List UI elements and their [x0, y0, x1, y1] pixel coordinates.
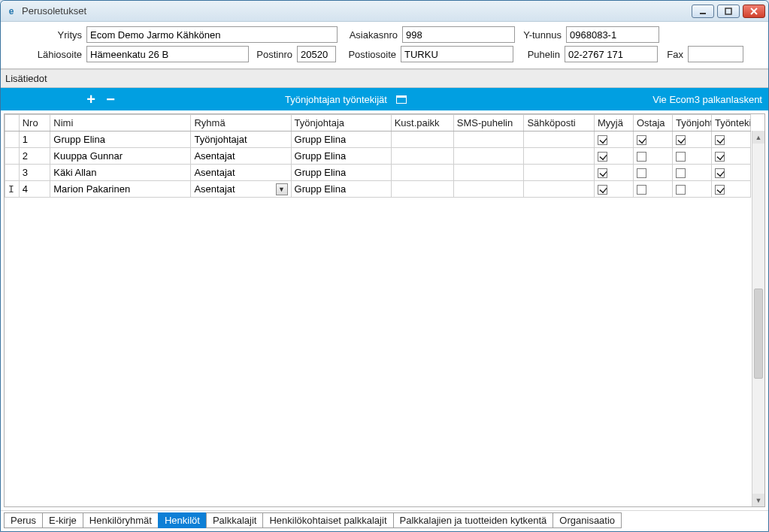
cell-myyja[interactable]	[594, 165, 633, 181]
checkbox[interactable]	[598, 185, 607, 195]
cell-sms[interactable]	[453, 148, 524, 165]
checkbox[interactable]	[637, 168, 646, 178]
col-tyonjohtaja[interactable]: Työnjohtaja	[291, 115, 391, 131]
cell-myyja[interactable]	[594, 181, 633, 198]
cell-myyja[interactable]	[594, 148, 633, 165]
checkbox[interactable]	[598, 168, 607, 178]
checkbox[interactable]	[637, 185, 646, 195]
cell-nro[interactable]: 3	[19, 165, 50, 181]
cell-nimi[interactable]: Kuuppa Gunnar	[50, 148, 191, 165]
open-workers-button[interactable]	[393, 91, 410, 107]
tab-henkilöt[interactable]: Henkilöt	[158, 512, 207, 528]
checkbox[interactable]	[637, 135, 646, 145]
tab-henkilökohtaiset-palkkalajit[interactable]: Henkilökohtaiset palkkalajit	[262, 512, 393, 528]
checkbox[interactable]	[676, 185, 686, 195]
cell-tyontekija[interactable]	[711, 181, 750, 198]
row-handle[interactable]	[5, 165, 20, 181]
cell-sms[interactable]	[453, 165, 524, 181]
col-sms[interactable]: SMS-puhelin	[453, 115, 524, 131]
cell-nro[interactable]: 1	[19, 131, 50, 148]
col-ryhma[interactable]: Ryhmä	[191, 115, 291, 131]
row-handle[interactable]	[5, 148, 20, 165]
cell-tyontekija[interactable]	[711, 131, 750, 148]
cell-tyontekija[interactable]	[711, 165, 750, 181]
cell-nimi[interactable]: Marion Pakarinen	[50, 181, 191, 198]
scroll-thumb[interactable]	[754, 289, 763, 379]
add-row-button[interactable]: +	[83, 91, 99, 107]
tab-e-kirje[interactable]: E-kirje	[42, 512, 83, 528]
table-row[interactable]: 2Kuuppa GunnarAsentajatGrupp Elina	[5, 148, 751, 165]
cell-tyonjoht[interactable]	[672, 131, 711, 148]
cell-tyonjohtaja[interactable]: Grupp Elina	[291, 165, 391, 181]
cell-sms[interactable]	[453, 131, 524, 148]
checkbox[interactable]	[715, 135, 725, 145]
remove-row-button[interactable]: −	[102, 91, 119, 107]
cell-ostaja[interactable]	[633, 165, 672, 181]
grid-scroll[interactable]: Nro Nimi Ryhmä Työnjohtaja Kust.paikk SM…	[4, 113, 765, 507]
cell-ostaja[interactable]	[633, 181, 672, 198]
puhelin-input[interactable]	[565, 46, 658, 62]
col-nro[interactable]: Nro	[19, 115, 50, 131]
cell-tyonjoht[interactable]	[672, 181, 711, 198]
col-nimi[interactable]: Nimi	[50, 115, 191, 131]
cell-tyonjohtaja[interactable]: Grupp Elina	[291, 181, 391, 198]
row-handle[interactable]: I	[5, 181, 20, 198]
cell-tyontekija[interactable]	[711, 148, 750, 165]
tab-organisaatio[interactable]: Organisaatio	[553, 512, 622, 528]
cell-kust[interactable]	[391, 181, 453, 198]
cell-ostaja[interactable]	[633, 131, 672, 148]
cell-nimi[interactable]: Käki Allan	[50, 165, 191, 181]
cell-ostaja[interactable]	[633, 148, 672, 165]
postiosoite-input[interactable]	[401, 46, 513, 62]
table-row[interactable]: I4Marion PakarinenAsentajat▼Grupp Elina	[5, 181, 751, 198]
checkbox[interactable]	[598, 152, 607, 162]
checkbox[interactable]	[637, 152, 646, 162]
cell-nro[interactable]: 4	[19, 181, 50, 198]
postinro-input[interactable]	[297, 46, 336, 62]
table-row[interactable]: 1Grupp ElinaTyönjohtajatGrupp Elina	[5, 131, 751, 148]
cell-nro[interactable]: 2	[19, 148, 50, 165]
table-row[interactable]: 3Käki AllanAsentajatGrupp Elina	[5, 165, 751, 181]
row-handle[interactable]	[5, 131, 20, 148]
checkbox[interactable]	[715, 152, 725, 162]
cell-kust[interactable]	[391, 148, 453, 165]
dropdown-arrow-icon[interactable]: ▼	[276, 183, 288, 195]
cell-ryhma[interactable]: Asentajat	[191, 165, 291, 181]
scroll-up-button[interactable]: ▲	[752, 131, 764, 144]
cell-sahko[interactable]	[524, 148, 595, 165]
export-ecom3-link[interactable]: Vie Ecom3 palkanlaskent	[652, 94, 762, 105]
cell-tyonjoht[interactable]	[672, 148, 711, 165]
cell-kust[interactable]	[391, 131, 453, 148]
lahiosoite-input[interactable]	[86, 46, 249, 62]
scroll-down-button[interactable]: ▼	[752, 494, 764, 506]
tab-palkkalajit[interactable]: Palkkalajit	[206, 512, 264, 528]
cell-sahko[interactable]	[524, 181, 595, 198]
cell-tyonjohtaja[interactable]: Grupp Elina	[291, 148, 391, 165]
cell-tyonjohtaja[interactable]: Grupp Elina	[291, 131, 391, 148]
cell-nimi[interactable]: Grupp Elina	[50, 131, 191, 148]
close-button[interactable]	[743, 5, 765, 18]
cell-myyja[interactable]	[594, 131, 633, 148]
cell-ryhma[interactable]: Työnjohtajat	[191, 131, 291, 148]
cell-sahko[interactable]	[524, 165, 595, 181]
cell-tyonjoht[interactable]	[672, 165, 711, 181]
checkbox[interactable]	[598, 135, 607, 145]
ytunnus-input[interactable]	[566, 26, 659, 43]
col-sahko[interactable]: Sähköposti	[524, 115, 595, 131]
col-ostaja[interactable]: Ostaja	[633, 115, 672, 131]
fax-input[interactable]	[688, 46, 743, 62]
maximize-button[interactable]	[717, 5, 740, 18]
cell-sms[interactable]	[453, 181, 524, 198]
tab-palkkalajien-ja-tuotteiden-kytkentä[interactable]: Palkkalajien ja tuotteiden kytkentä	[393, 512, 554, 528]
cell-sahko[interactable]	[524, 131, 595, 148]
cell-ryhma[interactable]: Asentajat	[191, 148, 291, 165]
cell-ryhma[interactable]: Asentajat▼	[191, 181, 291, 198]
tab-henkilöryhmät[interactable]: Henkilöryhmät	[83, 512, 159, 528]
col-kust[interactable]: Kust.paikk	[391, 115, 453, 131]
checkbox[interactable]	[676, 135, 686, 145]
checkbox[interactable]	[715, 168, 725, 178]
minimize-button[interactable]	[692, 5, 714, 18]
checkbox[interactable]	[676, 168, 686, 178]
cell-kust[interactable]	[391, 165, 453, 181]
checkbox[interactable]	[715, 185, 725, 195]
